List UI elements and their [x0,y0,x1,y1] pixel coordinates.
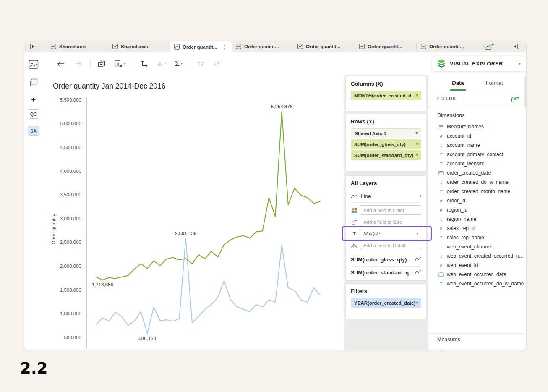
layer-row-gloss[interactable]: SUM(order_gloss_qty) [351,253,421,266]
field-pill[interactable]: MONTH(order_created_d...▾ [351,91,421,100]
visual-explorer-label: VISUAL EXPLORER [450,61,515,67]
tab-kebab-menu-icon[interactable]: ⋮ [221,44,227,50]
duplicate-chart-button[interactable] [97,59,107,69]
text-field-icon: T [438,143,444,148]
svg-text:#: # [440,208,442,212]
sheet-tab[interactable]: Order quantit... [232,41,293,52]
svg-text:T: T [439,281,442,286]
svg-text:T: T [439,253,442,259]
color-field-input[interactable] [360,205,421,215]
scrollbar[interactable] [524,77,526,107]
chevron-down-icon: ▾ [415,131,418,135]
data-panel-tabs: DataFormat [428,75,527,91]
y-tick-label: 2,500,000 [60,240,81,245]
svg-text:#: # [439,348,442,351]
number-field-icon: # [438,226,444,231]
sort-ascending-button[interactable] [196,59,206,68]
add-calculated-field-icon[interactable]: ƒx⁺ [511,95,519,102]
field-item[interactable]: #sales_rep_id [428,224,527,233]
field-item[interactable]: #web_event_id [428,261,527,270]
field-item[interactable]: Measure Names [428,122,527,131]
field-pill[interactable]: Shared Axis 1▾ [351,128,421,138]
sheet-tab[interactable]: Order quantit... [417,41,478,52]
visual-explorer-button[interactable]: VISUAL EXPLORER ▾ [432,56,526,72]
sheet-tab[interactable]: Order quantit...⋮ [170,41,232,52]
pages-button[interactable] [28,78,39,88]
columns-shelf-title: Columns (X) [351,81,421,87]
badge-label: SA [28,126,39,136]
divider [90,58,91,69]
date-field-icon [438,170,444,175]
clear-chart-button[interactable]: ▾ [113,59,127,69]
detail-field-input[interactable] [360,240,421,250]
chevron-down-icon: ▾ [416,232,418,235]
label-field-input[interactable]: Multiple ▾ [360,229,421,238]
expand-panel-left-icon[interactable] [26,41,39,52]
undo-button[interactable] [55,59,67,69]
page-badge-qc[interactable]: QC [28,109,39,119]
field-pill[interactable]: YEAR(order_created_date)▾ [351,298,421,308]
field-item[interactable]: Taccount_name [428,141,527,150]
aggregation-button[interactable]: Σ ▾ [174,58,184,69]
sheet-tab[interactable]: Order quantit... [293,41,355,52]
svg-text:T: T [439,189,442,194]
tab-format[interactable]: Format [485,75,504,91]
field-pill[interactable]: SUM(order_standard_qty)▾ [351,150,421,160]
measures-label: Measures [437,337,460,342]
field-item[interactable]: order_created_date [428,168,527,178]
data-label: 2,591,439 [175,231,196,236]
canvas-thumbnail-button[interactable] [28,60,39,69]
badge-label: QC [28,109,39,119]
y-tick-label: 500,000 [64,335,81,340]
field-pill[interactable]: SUM(order_gloss_qty)▾ [351,139,421,149]
field-item[interactable]: Tregion_name [428,214,527,224]
tab-strip: Shared axisShared axisOrder quantit...⋮O… [47,41,478,52]
svg-text:T: T [352,231,356,236]
add-sheet-button[interactable] [484,41,494,52]
divider [190,58,190,69]
y-tick-label: 1,500,000 [60,287,81,293]
columns-shelf: Columns (X) MONTH(order_created_d...▾ [345,76,427,111]
line-chart[interactable]: 5,254,8762,591,4391,718,686588,150 [86,98,344,349]
sort-descending-button[interactable] [212,59,222,68]
swap-axes-button[interactable] [139,58,150,69]
page-badge-sa[interactable]: SA [28,126,39,136]
svg-text:T: T [439,244,442,249]
data-label: 588,150 [138,336,156,341]
text-field-icon: T [438,189,444,194]
tab-data[interactable]: Data [451,75,465,91]
y-tick-label: 3,500,000 [60,192,81,197]
mark-type-select[interactable]: Line ▾ [351,190,421,203]
field-item[interactable]: Taccount_website [428,159,527,168]
field-item[interactable]: Tweb_event_channel [428,242,527,251]
chevron-down-icon: ▾ [165,62,167,65]
visual-explorer-logo-icon [436,59,446,69]
field-item[interactable]: Taccount_primary_contact [428,150,527,159]
svg-text:#: # [440,199,442,203]
expand-panel-right-icon[interactable] [509,41,522,52]
field-item[interactable]: Tweb_event_created_occurred_na... [428,251,527,261]
svg-text:#: # [440,134,442,139]
y-tick-label: 1,000,000 [60,311,81,316]
field-item[interactable]: Tweb_event_occurred_do_w_name [428,279,527,288]
sheet-tab[interactable]: Order quantit... [355,41,417,52]
field-item[interactable]: web_event_occurred_date [428,270,527,279]
number-field-icon: # [438,207,444,212]
y-tick-label: 4,000,000 [60,169,81,174]
number-field-icon: # [438,198,444,203]
field-item[interactable]: Tsales_rep_name [428,233,527,242]
field-item[interactable]: Torder_created_month_name [428,187,527,196]
field-item[interactable]: #region_id [428,205,527,214]
layer-row-standard[interactable]: SUM(order_standard_q... [351,266,421,279]
field-item[interactable]: #order_id [428,196,527,205]
field-item[interactable]: Torder_created_do_w_name [428,178,527,187]
svg-text:T: T [439,161,442,166]
sheet-icon [297,44,303,49]
sheet-tab[interactable]: Shared axis [47,41,108,52]
field-item[interactable]: #account_id [428,131,527,141]
size-field-input[interactable] [360,217,421,227]
redo-button[interactable] [73,59,84,69]
chart-type-button[interactable]: ▾ [156,59,168,68]
sheet-tab[interactable]: Shared axis [108,41,170,52]
add-page-button[interactable]: + [31,95,36,105]
